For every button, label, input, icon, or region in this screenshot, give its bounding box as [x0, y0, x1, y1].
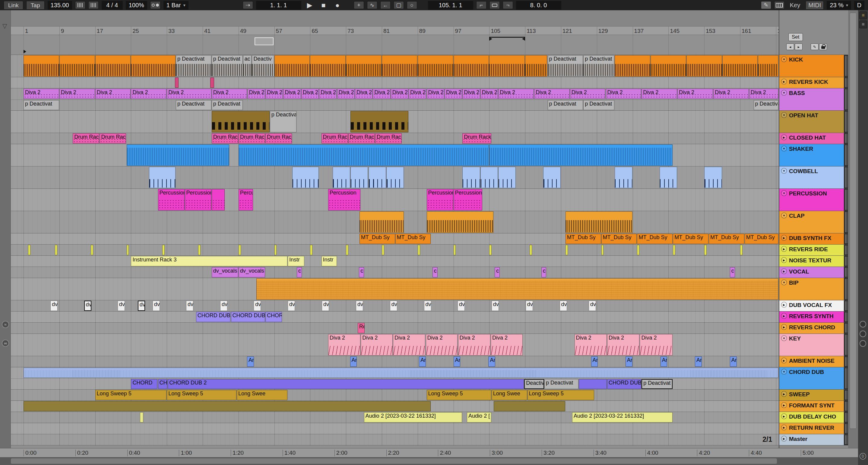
clip-diva-2[interactable]: Diva 2 [393, 334, 425, 355]
clip-ar[interactable]: Ar [419, 356, 426, 367]
fold-right-icon[interactable]: ▶ [781, 358, 787, 363]
disk-overload-circle[interactable]: D [860, 453, 866, 460]
track-lane-closed-hat[interactable]: Drum RackDrum RackDrum RackDrum RackDrum… [11, 133, 779, 144]
nudge-up-button[interactable] [88, 1, 99, 9]
fold-right-icon[interactable]: ▶ [781, 134, 787, 140]
clip-diva-2[interactable]: Diva 2 [498, 89, 534, 99]
track-name-cell[interactable]: ▶NOISE TEXTUR [779, 256, 844, 267]
clip-ar[interactable]: Ar [695, 356, 702, 367]
fold-right-icon[interactable]: ▶ [781, 425, 787, 430]
clip-audio-2-2023-03-22-161332[interactable]: Audio 2 [2023-03-22 161332] [364, 412, 462, 423]
clip[interactable] [758, 55, 778, 76]
track-name-cell[interactable]: ▼PERCUSSION [779, 189, 844, 211]
clip-drum-rack[interactable]: Drum Rack [375, 133, 402, 144]
follow-button[interactable]: ⇢ [243, 1, 253, 9]
clip[interactable] [494, 401, 565, 411]
clip[interactable] [350, 111, 408, 132]
clip[interactable] [651, 55, 686, 76]
clip[interactable] [140, 412, 143, 423]
clip-dv[interactable]: dv [560, 301, 567, 311]
waves-badge-icon[interactable]: ≈ [2, 321, 9, 328]
clip-diva-2[interactable]: Diva 2 [266, 89, 283, 99]
clip-mt-dub-sy[interactable]: MT_Dub Sy [709, 234, 744, 244]
loop-button[interactable] [490, 1, 500, 9]
fold-right-icon[interactable]: ▶ [781, 302, 787, 308]
returns-toggle-circle[interactable] [860, 331, 866, 337]
clip-p-deactivat[interactable]: p Deactivat [548, 55, 583, 76]
clip-diva-2[interactable]: Diva 2 [570, 89, 606, 99]
clip-p-deactivat[interactable]: p Deactivat [642, 379, 673, 389]
clip-dv[interactable]: dv [322, 301, 329, 311]
track-header-vocal[interactable]: ▶VOCAL [779, 267, 848, 278]
clip-drum-rack[interactable]: Drum Rack [321, 133, 348, 144]
clip-diva-2[interactable]: Diva 2 [248, 89, 265, 99]
clip-audio-2-2023-03-22-161332[interactable]: Audio 2 [2023-03-22 161332] [572, 412, 673, 423]
clip-mt-dub-sy[interactable]: MT_Dub Sy [745, 234, 778, 244]
clip[interactable] [489, 55, 525, 76]
stop-button[interactable]: ■ [318, 1, 329, 9]
clip-re[interactable]: Re [358, 323, 365, 333]
clip[interactable] [565, 211, 632, 233]
clip-percussion[interactable]: Percussion [454, 189, 483, 211]
fold-right-icon[interactable]: ▶ [781, 402, 787, 408]
clip-p-deactivat[interactable]: p Deactivat [24, 100, 59, 110]
track-lane-kick[interactable]: p Deactivatp DeactivatacDeactivp Deactiv… [11, 55, 779, 77]
clip-dv[interactable]: dv [492, 301, 499, 311]
clip-p-deactivat[interactable]: p Deactivat [270, 111, 297, 132]
fold-right-icon[interactable]: ▶ [781, 246, 787, 252]
clip[interactable] [198, 245, 200, 255]
clip-dv[interactable]: dv [288, 301, 295, 311]
clip-dv[interactable]: dv [138, 301, 145, 311]
clip[interactable] [543, 167, 561, 188]
clip-p-deactivat[interactable]: p Deactivat [583, 100, 614, 110]
track-name-cell[interactable]: ▼CLAP [779, 211, 844, 233]
clip[interactable] [346, 245, 348, 255]
clip-diva-2[interactable]: Diva 2 [713, 89, 749, 99]
fold-down-icon[interactable]: ▼ [781, 56, 787, 62]
clip[interactable] [386, 167, 404, 188]
clip[interactable] [162, 245, 165, 255]
scrub-area[interactable] [11, 35, 779, 55]
clip-p-deactivat[interactable]: p Deactivat [545, 379, 579, 389]
track-name-cell[interactable]: ▶CLOSED HAT [779, 133, 844, 144]
clip[interactable] [565, 245, 568, 255]
clip[interactable] [382, 55, 417, 76]
clip-dv[interactable]: dv [424, 301, 431, 311]
clip-diva-2[interactable]: Diva 2 [606, 89, 642, 99]
clip-dv[interactable]: dv [589, 301, 596, 311]
clip[interactable] [686, 55, 722, 76]
track-name-cell[interactable]: ▼OPEN HAT [779, 111, 844, 133]
vertical-scrollbar[interactable] [848, 10, 858, 448]
horizontal-scrollbar[interactable] [0, 457, 858, 465]
track-header-open-hat[interactable]: ▼OPEN HAT [779, 111, 848, 133]
track-name-cell[interactable]: ▶REVERS RIDE [779, 245, 844, 255]
clip[interactable] [212, 111, 270, 132]
clip-instr[interactable]: Instr [321, 256, 337, 266]
clip[interactable] [369, 167, 386, 188]
next-locator-button[interactable]: ▸ [795, 43, 803, 50]
clip-percussion[interactable]: Percussion [185, 189, 211, 211]
track-lane-revers-synth[interactable]: CHORD DUBCHORD DUBCHORD [11, 311, 779, 323]
clip[interactable] [310, 55, 346, 76]
clip[interactable] [454, 55, 489, 76]
set-locator-button[interactable]: Set [788, 33, 803, 41]
capture-midi-button[interactable]: ○ [407, 1, 417, 9]
play-button[interactable]: ▶ [304, 1, 315, 9]
fold-down-icon[interactable]: ▼ [781, 168, 787, 174]
clip-ar[interactable]: Ar [730, 356, 737, 367]
track-header-revers-synth[interactable]: ▶REVERS SYNTH [779, 311, 848, 323]
clip-dv[interactable]: dv [84, 301, 91, 311]
cpu-meter[interactable]: 23 % ▾ [827, 1, 851, 10]
tempo-field[interactable]: 135.00 [48, 1, 72, 10]
time-signature-marker[interactable]: 2/1 [763, 435, 772, 443]
clip-diva-2[interactable]: Diva 2 [355, 89, 372, 99]
metronome-button[interactable] [150, 1, 160, 9]
clip-c[interactable]: c [541, 267, 547, 277]
clip-diva-2[interactable]: Diva 2 [337, 89, 355, 99]
clip[interactable] [127, 145, 229, 166]
loop-length-field[interactable]: 8. 0. 0 [516, 1, 561, 10]
clip-dv-vocals[interactable]: dv_vocals [239, 267, 265, 277]
fold-right-icon[interactable]: ▶ [781, 413, 787, 419]
clip-p-deactivat[interactable]: p Deactivat [583, 55, 614, 76]
clip-long-swee[interactable]: Long Swee [237, 390, 287, 400]
